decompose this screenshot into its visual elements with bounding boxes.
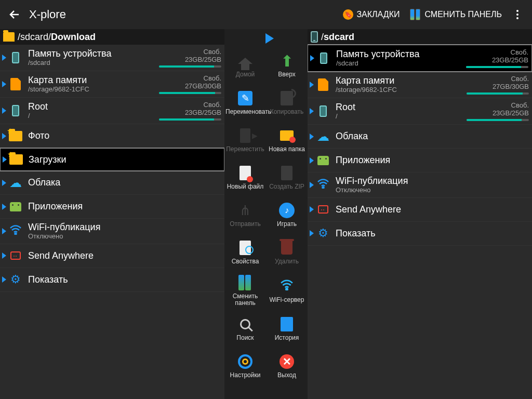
tool-info[interactable]: Свойства [224, 233, 266, 270]
item-name: Облака [336, 131, 529, 142]
tool-settings[interactable]: Настройки [224, 346, 266, 383]
capacity: Своб.23GB/25GB [466, 48, 528, 68]
expand-icon[interactable] [2, 228, 6, 234]
expand-icon[interactable] [2, 133, 6, 139]
tool-label: Создать ZIP [269, 183, 304, 190]
item-name: Карта памяти [28, 75, 159, 86]
right-row-2[interactable]: Root/Своб.23GB/25GB [308, 98, 532, 125]
item-name: Root [336, 102, 467, 113]
right-path-header[interactable]: /sdcard [308, 29, 532, 45]
tool-wifisrv[interactable]: WiFi-сервер [266, 270, 308, 309]
right-row-0[interactable]: Память устройства/sdcardСвоб.23GB/25GB [308, 44, 532, 72]
capacity: Своб.23GB/25GB [467, 101, 529, 121]
tool-label: Новая папка [269, 146, 305, 153]
expand-icon[interactable] [2, 276, 6, 283]
play-icon: ♪ [277, 201, 296, 220]
overflow-menu-button[interactable] [507, 4, 528, 25]
right-row-3[interactable]: ☁Облака [308, 125, 532, 149]
bookmark-icon [343, 9, 353, 20]
tool-label: Поиск [236, 335, 254, 341]
expand-icon[interactable] [310, 82, 314, 88]
tool-move: Переместить [224, 121, 266, 158]
right-row-1[interactable]: Карта памяти/storage/9682-1CFCСвоб.27GB/… [308, 72, 532, 98]
tool-up[interactable]: ⬆Вверх [266, 46, 308, 83]
hist-icon [277, 315, 296, 334]
center-toolbar: Домой⬆Вверх✎ПереименоватьКопироватьПерем… [224, 29, 308, 399]
up-icon: ⬆ [277, 51, 296, 70]
swap-panel-label: СМЕНИТЬ ПАНЕЛЬ [424, 10, 502, 19]
phone-icon [316, 51, 331, 65]
item-name: Send Anywhere [336, 204, 529, 215]
tool-edit[interactable]: ✎Переименовать [224, 83, 266, 121]
left-path-header[interactable]: /sdcard/Download [0, 29, 224, 45]
right-row-5[interactable]: WiFi-публикацияОтключено [308, 172, 532, 198]
tool-label: Отправить [230, 221, 261, 228]
expand-icon[interactable] [3, 156, 7, 163]
bookmarks-button[interactable]: ЗАКЛАДКИ [338, 4, 405, 25]
item-sub: /storage/9682-1CFC [28, 86, 159, 94]
tool-hist[interactable]: История [266, 309, 308, 346]
expand-icon[interactable] [2, 180, 6, 186]
expand-icon[interactable] [2, 81, 6, 87]
exit-icon: ✕ [277, 352, 296, 371]
swap-panel-button[interactable]: СМЕНИТЬ ПАНЕЛЬ [405, 4, 507, 25]
expand-icon[interactable] [310, 182, 314, 188]
left-row-2[interactable]: Root/Своб.23GB/25GB [0, 98, 224, 124]
left-row-7[interactable]: WiFi-публикацияОтключено [0, 219, 224, 244]
item-name: Карта памяти [336, 75, 467, 86]
left-row-4[interactable]: Загрузки [0, 148, 224, 171]
settings-icon [236, 352, 255, 371]
expand-icon[interactable] [310, 230, 314, 236]
tool-play[interactable]: ♪Играть [266, 195, 308, 233]
right-pane: /sdcard Память устройства/sdcardСвоб.23G… [308, 29, 532, 399]
left-row-9[interactable]: ⚙Показать [0, 268, 224, 292]
expand-icon[interactable] [310, 108, 314, 114]
svg-point-5 [323, 187, 324, 188]
item-sub: /sdcard [28, 59, 159, 67]
tool-label: Выход [277, 372, 296, 379]
item-name: WiFi-публикация [336, 176, 529, 187]
left-row-5[interactable]: ☁Облака [0, 171, 224, 195]
left-row-1[interactable]: Карта памяти/storage/9682-1CFCСвоб.27GB/… [0, 71, 224, 98]
tool-label: Удалить [275, 258, 299, 265]
back-button[interactable] [4, 4, 25, 25]
capacity: Своб.23GB/25GB [159, 101, 221, 121]
left-row-6[interactable]: Приложения [0, 195, 224, 219]
phone-icon [316, 104, 330, 118]
expand-icon[interactable] [2, 252, 6, 259]
expand-icon[interactable] [310, 134, 314, 140]
tool-newfile[interactable]: Новый файл [224, 158, 266, 195]
tool-label: Играть [277, 221, 297, 228]
capacity: Своб.27GB/30GB [467, 75, 529, 95]
tool-trash: Удалить [266, 233, 308, 270]
item-sub: /storage/9682-1CFC [336, 86, 467, 94]
expand-icon[interactable] [310, 55, 314, 61]
left-pane: /sdcard/Download Память устройства/sdcar… [0, 29, 224, 399]
tool-exit[interactable]: ✕Выход [266, 346, 308, 383]
tool-share: ⋔Отправить [224, 195, 266, 233]
svg-point-4 [286, 288, 287, 290]
tool-label: Переместить [226, 146, 264, 153]
left-row-3[interactable]: Фото [0, 124, 224, 148]
tool-newfld[interactable]: Новая папка [266, 121, 308, 158]
expand-icon[interactable] [2, 55, 6, 61]
capacity: Своб.23GB/25GB [159, 48, 221, 68]
right-row-7[interactable]: ⚙Показать [308, 222, 532, 246]
right-row-6[interactable]: Send Anywhere [308, 198, 532, 222]
tool-search[interactable]: Поиск [224, 309, 266, 346]
tool-swap[interactable]: Сменить панель [224, 270, 266, 309]
item-name: Root [28, 101, 159, 112]
expand-icon[interactable] [2, 204, 6, 210]
expand-icon[interactable] [310, 206, 314, 212]
svg-point-1 [516, 14, 518, 16]
topbar: X-plore ЗАКЛАДКИ СМЕНИТЬ ПАНЕЛЬ [0, 0, 532, 29]
info-icon [236, 238, 255, 257]
left-row-0[interactable]: Память устройства/sdcardСвоб.23GB/25GB [0, 45, 224, 71]
right-row-4[interactable]: Приложения [308, 149, 532, 172]
sd-icon [316, 78, 330, 91]
expand-icon[interactable] [2, 108, 6, 114]
tool-label: Домой [236, 71, 255, 78]
gear-icon: ⚙ [316, 227, 330, 240]
left-row-8[interactable]: Send Anywhere [0, 244, 224, 268]
expand-icon[interactable] [310, 157, 314, 164]
